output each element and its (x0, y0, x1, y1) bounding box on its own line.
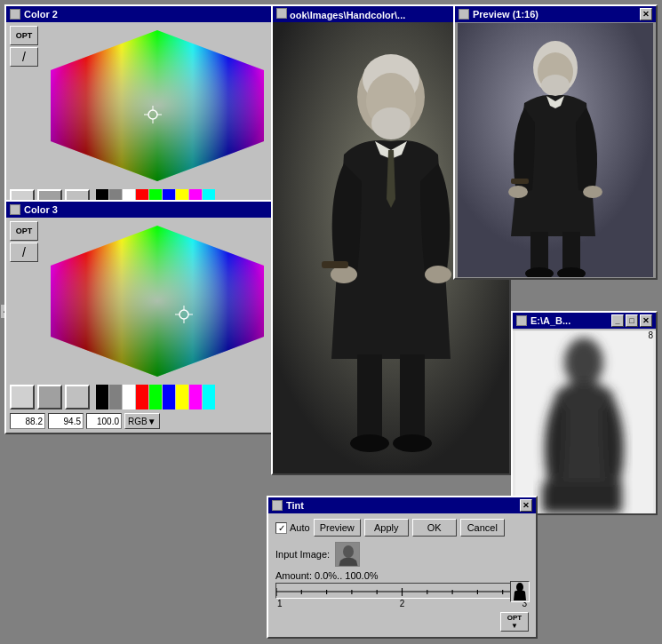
svg-point-33 (541, 75, 570, 96)
mask-minimize-button[interactable]: _ (611, 314, 624, 327)
tint-slider-thumb[interactable] (510, 581, 530, 602)
mask-close-button[interactable]: ✕ (640, 314, 652, 327)
color3-opt-button[interactable]: OPT (10, 221, 38, 241)
color3-palette-black[interactable] (96, 385, 108, 409)
tint-content: ✓ Auto Preview Apply OK Cancel Input Ima… (268, 513, 536, 637)
color3-mode-dropdown[interactable]: RGB ▼ (124, 413, 160, 429)
color3-title: Color 3 (24, 204, 58, 215)
preview-title: Preview (1:16) (473, 9, 538, 20)
tint-title-icon (272, 500, 283, 511)
svg-marker-2 (51, 30, 264, 181)
color3-hexagon[interactable] (42, 221, 273, 381)
color3-palette-yellow[interactable] (176, 385, 188, 409)
svg-rect-24 (322, 261, 348, 268)
auto-label: Auto (290, 522, 310, 533)
tint-controls-row: ✓ Auto Preview Apply OK Cancel (275, 519, 529, 537)
preview-content (455, 22, 656, 278)
svg-rect-43 (542, 482, 622, 513)
color3-palette-white[interactable] (123, 385, 135, 409)
svg-point-28 (393, 434, 432, 452)
svg-rect-36 (511, 179, 529, 184)
tint-input-image-label: Input Image: (275, 549, 330, 560)
preview-window: Preview (1:16) ✕ (453, 4, 658, 280)
preview-titlebar: Preview (1:16) ✕ (455, 6, 656, 22)
tint-close-button[interactable]: ✕ (520, 499, 532, 512)
color3-swatch-default[interactable] (65, 385, 90, 409)
color3-title-icon (10, 204, 20, 215)
mask-window: E:\A_B... _ □ ✕ 8 (511, 311, 658, 515)
tint-ok-button[interactable]: OK (412, 519, 457, 537)
color3-palette (96, 385, 215, 409)
color3-palette-red[interactable] (136, 385, 148, 409)
color2-titlebar: Color 2 ✕ (6, 6, 296, 22)
tint-title: Tint (286, 500, 304, 511)
color3-input-3[interactable] (86, 413, 122, 429)
tint-titlebar: Tint ✕ (268, 497, 536, 513)
mask-title-icon (516, 315, 527, 326)
color3-swatches-row (10, 385, 292, 409)
svg-point-35 (583, 186, 602, 198)
svg-point-21 (371, 107, 411, 139)
color3-eyedropper-button[interactable]: / (10, 242, 38, 262)
color2-hexagon[interactable] (42, 26, 273, 186)
svg-point-59 (516, 583, 523, 592)
color3-palette-blue[interactable] (163, 385, 175, 409)
tint-cancel-button[interactable]: Cancel (460, 519, 505, 537)
tint-input-thumbnail (335, 542, 360, 567)
color3-palette-green[interactable] (149, 385, 162, 409)
auto-checkbox-label[interactable]: ✓ Auto (275, 522, 310, 534)
mask-maximize-button[interactable]: □ (626, 314, 638, 327)
tint-input-image-row: Input Image: (275, 542, 529, 567)
color3-palette-cyan[interactable] (203, 385, 215, 409)
color3-palette-magenta[interactable] (189, 385, 202, 409)
tint-window: Tint ✕ ✓ Auto Preview Apply OK Cancel (267, 496, 538, 639)
main-image-title-icon (276, 8, 287, 19)
tint-scale-row: 1 2 3 (275, 599, 529, 608)
main-image-title: ook\Images\Handcolor\... (290, 10, 405, 20)
mask-content (513, 330, 656, 513)
svg-point-45 (343, 545, 354, 558)
tint-preview-button[interactable]: Preview (314, 519, 361, 537)
preview-close-button[interactable]: ✕ (640, 8, 652, 20)
svg-rect-25 (357, 354, 382, 443)
svg-point-34 (508, 186, 528, 198)
scale-mark-1: 1 (277, 599, 283, 608)
color2-title-icon (10, 9, 20, 20)
svg-point-42 (564, 338, 603, 387)
svg-rect-26 (400, 354, 425, 443)
color3-inputs-row: RGB ▼ (10, 413, 292, 429)
color2-title: Color 2 (24, 9, 58, 20)
tint-opt-button[interactable]: OPT ▼ (500, 612, 529, 632)
mask-titlebar-buttons: _ □ ✕ (611, 314, 652, 327)
auto-checkbox[interactable]: ✓ (275, 522, 287, 534)
preview-title-icon (459, 9, 469, 20)
color3-swatch-light[interactable] (10, 385, 35, 409)
color3-window: Color 3 ✕ OPT / (4, 200, 298, 434)
svg-point-27 (350, 434, 389, 452)
color3-palette-gray[interactable] (109, 385, 122, 409)
tint-amount-slider[interactable] (275, 583, 529, 599)
scale-mark-2: 2 (400, 599, 405, 608)
color2-eyedropper-button[interactable]: / (10, 47, 38, 67)
color2-opt-button[interactable]: OPT (10, 26, 38, 45)
svg-point-23 (425, 266, 451, 283)
color3-input-1[interactable] (10, 413, 45, 429)
color3-swatch-mid[interactable] (37, 385, 62, 409)
color3-input-2[interactable] (48, 413, 84, 429)
tint-apply-button[interactable]: Apply (364, 519, 409, 537)
mask-number: 8 (648, 330, 653, 340)
tint-amount-label: Amount: 0.0%.. 100.0% (275, 570, 529, 581)
mask-titlebar: E:\A_B... _ □ ✕ (513, 313, 656, 329)
tint-slider-row (275, 583, 529, 599)
svg-marker-10 (51, 226, 264, 377)
mask-title: E:\A_B... (530, 315, 570, 326)
color3-titlebar: Color 3 ✕ (6, 202, 296, 218)
